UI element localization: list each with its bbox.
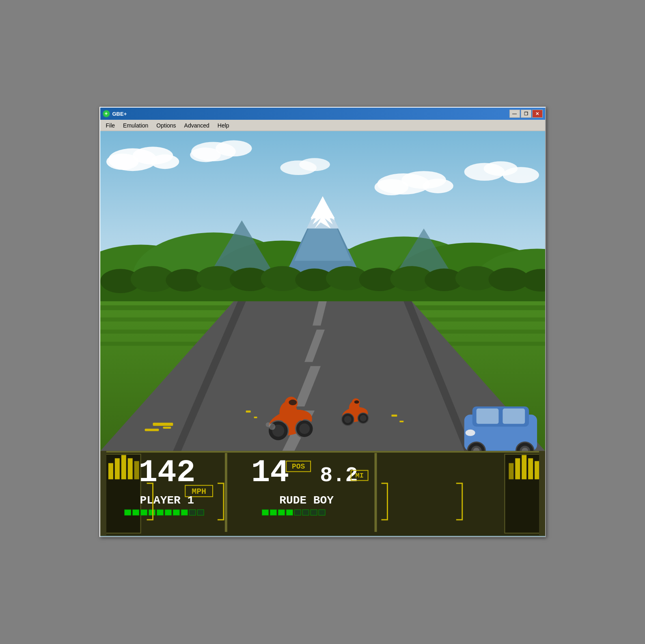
svg-rect-63 bbox=[254, 417, 257, 418]
menu-file[interactable]: File bbox=[102, 121, 119, 130]
svg-rect-117 bbox=[197, 510, 204, 515]
svg-rect-115 bbox=[181, 510, 188, 515]
game-scene: 142 MPH PLAYER 1 14 POS bbox=[100, 131, 545, 536]
svg-text:14: 14 bbox=[251, 455, 289, 491]
svg-rect-108 bbox=[124, 510, 131, 515]
svg-text:MI: MI bbox=[355, 472, 363, 480]
titlebar-left: + GBE+ bbox=[103, 110, 127, 117]
titlebar-buttons: — ❐ ✕ bbox=[509, 110, 543, 118]
svg-point-11 bbox=[423, 179, 453, 193]
svg-point-7 bbox=[190, 148, 221, 162]
svg-rect-140 bbox=[535, 461, 539, 480]
svg-rect-99 bbox=[108, 463, 113, 480]
svg-rect-126 bbox=[262, 510, 268, 515]
application-window: + GBE+ — ❐ ✕ File Emulation Options Adva… bbox=[99, 107, 546, 537]
svg-point-81 bbox=[360, 415, 366, 421]
svg-rect-62 bbox=[246, 411, 250, 413]
svg-rect-59 bbox=[153, 423, 173, 426]
game-viewport: 142 MPH PLAYER 1 14 POS bbox=[100, 131, 545, 536]
titlebar: + GBE+ — ❐ ✕ bbox=[100, 108, 545, 120]
svg-rect-88 bbox=[503, 408, 525, 424]
app-icon: + bbox=[103, 110, 110, 117]
maximize-button[interactable]: ❐ bbox=[521, 110, 531, 118]
menubar: File Emulation Options Advanced Help bbox=[100, 120, 545, 131]
svg-point-70 bbox=[299, 424, 310, 434]
svg-rect-134 bbox=[374, 453, 377, 532]
menu-options[interactable]: Options bbox=[152, 121, 180, 130]
svg-point-4 bbox=[151, 155, 179, 169]
svg-text:RUDE BOY: RUDE BOY bbox=[279, 494, 334, 507]
svg-rect-128 bbox=[278, 510, 285, 515]
svg-text:POS: POS bbox=[292, 463, 305, 471]
window-title: GBE+ bbox=[112, 111, 127, 117]
svg-rect-142 bbox=[539, 451, 545, 536]
svg-text:8.2: 8.2 bbox=[320, 464, 358, 488]
menu-help[interactable]: Help bbox=[214, 121, 233, 130]
svg-rect-97 bbox=[100, 451, 545, 453]
svg-text:PLAYER 1: PLAYER 1 bbox=[140, 494, 194, 507]
svg-rect-132 bbox=[311, 510, 317, 515]
svg-rect-64 bbox=[391, 415, 397, 417]
svg-rect-137 bbox=[515, 458, 520, 480]
svg-rect-100 bbox=[114, 458, 119, 480]
svg-rect-138 bbox=[522, 455, 526, 480]
svg-rect-136 bbox=[509, 463, 513, 480]
svg-rect-110 bbox=[140, 510, 147, 515]
svg-rect-112 bbox=[157, 510, 163, 515]
svg-rect-60 bbox=[145, 429, 159, 431]
svg-rect-130 bbox=[294, 510, 301, 515]
svg-rect-113 bbox=[165, 510, 171, 515]
svg-rect-101 bbox=[121, 455, 126, 480]
svg-rect-87 bbox=[476, 408, 498, 424]
svg-rect-118 bbox=[224, 453, 227, 532]
svg-point-73 bbox=[289, 400, 297, 405]
svg-rect-133 bbox=[319, 510, 325, 515]
svg-rect-109 bbox=[132, 510, 139, 515]
svg-point-3 bbox=[106, 154, 138, 170]
svg-rect-111 bbox=[149, 510, 155, 515]
svg-rect-114 bbox=[173, 510, 179, 515]
svg-point-16 bbox=[299, 158, 330, 171]
svg-point-6 bbox=[215, 140, 252, 157]
svg-point-93 bbox=[465, 430, 475, 436]
svg-rect-139 bbox=[528, 458, 533, 480]
svg-rect-65 bbox=[399, 421, 403, 422]
svg-point-84 bbox=[354, 400, 359, 404]
svg-point-79 bbox=[344, 416, 351, 423]
svg-rect-129 bbox=[286, 510, 293, 515]
svg-rect-61 bbox=[163, 427, 171, 429]
svg-point-76 bbox=[265, 422, 270, 427]
svg-rect-127 bbox=[270, 510, 276, 515]
menu-advanced[interactable]: Advanced bbox=[180, 121, 214, 130]
menu-emulation[interactable]: Emulation bbox=[119, 121, 152, 130]
svg-rect-116 bbox=[189, 510, 196, 515]
svg-point-14 bbox=[503, 167, 539, 183]
svg-rect-102 bbox=[127, 458, 132, 480]
close-button[interactable]: ✕ bbox=[532, 110, 543, 118]
svg-point-10 bbox=[374, 179, 408, 195]
svg-rect-141 bbox=[100, 451, 106, 536]
minimize-button[interactable]: — bbox=[509, 110, 520, 118]
svg-rect-131 bbox=[302, 510, 309, 515]
